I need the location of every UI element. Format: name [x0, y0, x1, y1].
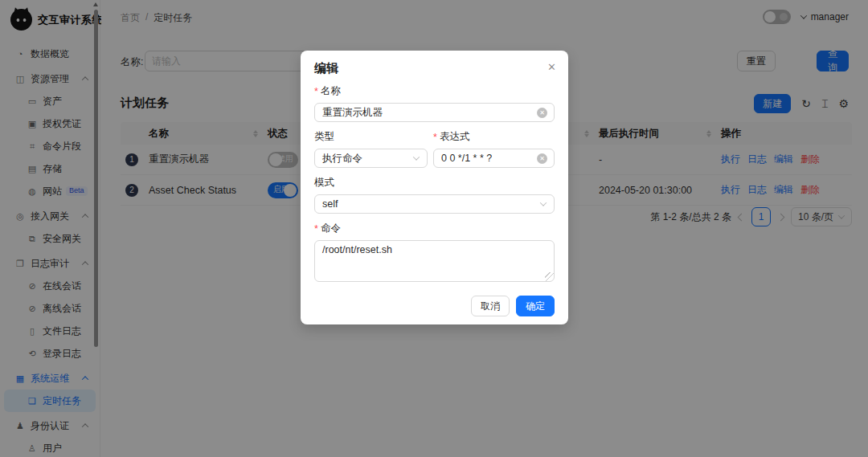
clear-icon[interactable]: ✕: [537, 108, 547, 118]
expression-field-label: * 表达式: [433, 130, 555, 144]
expression-input[interactable]: [441, 153, 547, 164]
app-window: 交互审计系统 ◔ 数据概览 ◫ 资源管理 ▭ 资产 ▣ 授权凭证 ⌗ 命令片: [0, 0, 868, 457]
cancel-button[interactable]: 取消: [471, 296, 510, 316]
close-icon[interactable]: ✕: [547, 61, 556, 74]
command-textarea[interactable]: /root/nt/reset.sh: [314, 240, 555, 282]
ok-button[interactable]: 确定: [516, 296, 555, 316]
mode-field-label: 模式: [314, 176, 555, 190]
type-field-label: 类型: [314, 130, 428, 144]
command-field-label: * 命令: [314, 222, 555, 235]
name-field-label: * 名称: [314, 84, 555, 98]
chevron-down-icon: [413, 153, 420, 160]
edit-dialog: 编辑 ✕ * 名称 ✕ 类型 执行命令 *: [301, 51, 568, 324]
dialog-title: 编辑: [314, 61, 338, 75]
mode-select[interactable]: self: [314, 194, 555, 214]
chevron-down-icon: [540, 199, 547, 206]
clear-icon[interactable]: ✕: [537, 153, 547, 164]
name-input[interactable]: [322, 107, 547, 118]
name-field: ✕: [314, 103, 555, 122]
expression-field: ✕: [433, 149, 555, 168]
type-select[interactable]: 执行命令: [314, 149, 428, 168]
